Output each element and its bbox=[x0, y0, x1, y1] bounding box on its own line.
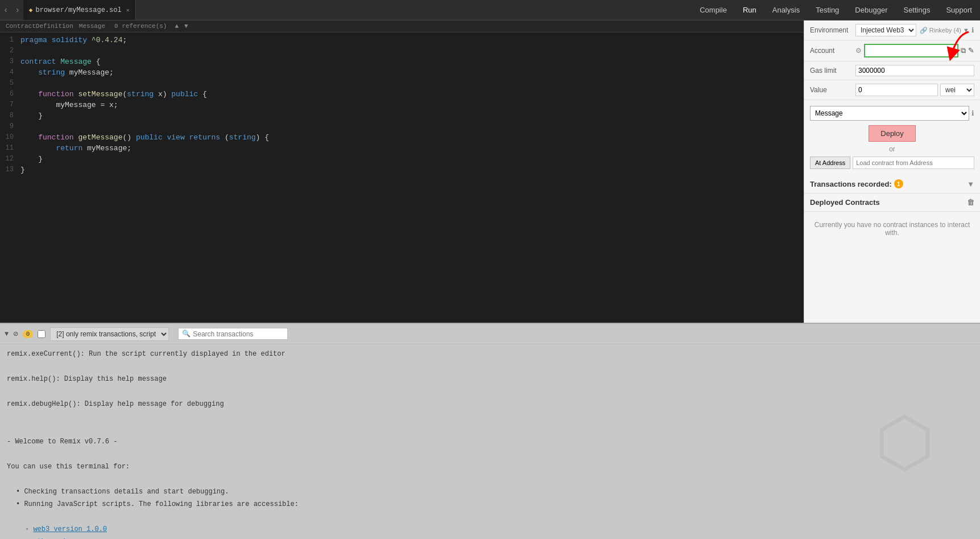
code-line-12: 12 } bbox=[0, 154, 804, 164]
console-line-blank2 bbox=[7, 386, 973, 397]
or-divider: or bbox=[810, 145, 974, 153]
console-line-debughelp: remix.debugHelp(): Display help message … bbox=[7, 399, 973, 409]
gas-limit-input[interactable]: 3000000 bbox=[855, 65, 974, 76]
at-address-button[interactable]: At Address bbox=[810, 157, 850, 169]
file-icon: ◆ bbox=[29, 6, 33, 14]
transactions-section-header[interactable]: Transactions recorded: 1 ▼ bbox=[804, 175, 980, 194]
console-line-welcome: - Welcome to Remix v0.7.6 - bbox=[7, 437, 973, 447]
tab-close-button[interactable]: ✕ bbox=[126, 7, 130, 14]
gas-limit-label: Gas limit bbox=[810, 67, 855, 75]
menu-run[interactable]: Run bbox=[735, 0, 764, 20]
deploy-section: Message ℹ Deploy or At Address bbox=[804, 100, 980, 175]
copy-icon[interactable]: ⧉ bbox=[961, 46, 966, 55]
code-line-6: 6 function setMessage(string x) public { bbox=[0, 89, 804, 100]
environment-select[interactable]: Injected Web3 JavaScript VM Web3 Provide… bbox=[855, 24, 916, 36]
code-editor[interactable]: 1 pragma solidity ^0.4.24; 2 3 contract … bbox=[0, 32, 804, 323]
account-select[interactable] bbox=[864, 44, 958, 57]
code-line-8: 8 } bbox=[0, 110, 804, 121]
environment-label: Environment bbox=[810, 26, 855, 34]
account-row: Account ⚙ ⧉ ✎ bbox=[804, 40, 980, 61]
at-address-row: At Address bbox=[810, 157, 974, 169]
console-line-blank4 bbox=[7, 424, 973, 434]
menu-settings[interactable]: Settings bbox=[895, 0, 938, 20]
transactions-label: Transactions recorded: bbox=[810, 180, 892, 188]
main-menu: Compile Run Analysis Testing Debugger Se… bbox=[692, 0, 980, 20]
code-line-9: 9 bbox=[0, 121, 804, 132]
code-line-11: 11 return myMessage; bbox=[0, 143, 804, 154]
menu-compile[interactable]: Compile bbox=[692, 0, 735, 20]
console-line-use: You can use this terminal for: bbox=[7, 462, 973, 472]
console-line-help: remix.help(): Display this help message bbox=[7, 374, 973, 384]
search-input[interactable] bbox=[193, 330, 284, 338]
environment-info-icon[interactable]: ℹ bbox=[971, 26, 974, 34]
code-line-10: 10 function getMessage() public view ret… bbox=[0, 132, 804, 143]
search-box: 🔍 bbox=[178, 328, 288, 340]
forward-arrow[interactable]: › bbox=[11, 6, 23, 15]
deployed-contracts-label: Deployed Contracts bbox=[810, 198, 880, 207]
code-line-13: 13 } bbox=[0, 164, 804, 175]
editor-tab[interactable]: ◆ browser/myMessage.sol ✕ bbox=[23, 0, 136, 20]
value-row: Value wei gwei ether bbox=[804, 80, 980, 100]
load-contract-input[interactable] bbox=[853, 157, 974, 169]
value-amount-input[interactable] bbox=[855, 84, 938, 96]
references-label: 0 reference(s) bbox=[114, 23, 167, 30]
deployed-contracts-header: Deployed Contracts 🗑 bbox=[804, 194, 980, 212]
transactions-count-badge: 1 bbox=[894, 179, 903, 188]
console-line-web3: ◦ web3 version 1.0.0 bbox=[25, 524, 973, 534]
console-badge: 0 bbox=[23, 330, 34, 338]
tab-label: browser/myMessage.sol bbox=[35, 6, 121, 14]
environment-value: Injected Web3 JavaScript VM Web3 Provide… bbox=[855, 24, 916, 36]
right-panel: Environment Injected Web3 JavaScript VM … bbox=[804, 20, 980, 323]
code-line-7: 7 myMessage = x; bbox=[0, 100, 804, 110]
edit-icon[interactable]: ✎ bbox=[968, 46, 974, 55]
contract-info-icon[interactable]: ℹ bbox=[971, 109, 974, 117]
web3-link[interactable]: web3 version 1.0.0 bbox=[33, 525, 107, 533]
console-line-check: • Checking transactions details and star… bbox=[16, 487, 973, 497]
contract-select-row: Message ℹ bbox=[810, 106, 974, 121]
console-down-arrow[interactable]: ▼ bbox=[5, 330, 9, 338]
console-toolbar: ▼ ⊘ 0 [2] only remix transactions, scrip… bbox=[0, 324, 980, 344]
no-contracts-message: Currently you have no contract instances… bbox=[804, 212, 980, 246]
console-output: ⬡ remix.exeCurrent(): Run the script cur… bbox=[0, 344, 980, 539]
contract-select[interactable]: Message bbox=[810, 106, 969, 121]
up-arrow-icon[interactable]: ▲ bbox=[175, 23, 179, 30]
menu-analysis[interactable]: Analysis bbox=[764, 0, 808, 20]
console-line-exec: remix.exeCurrent(): Run the script curre… bbox=[7, 349, 973, 359]
bottom-console: ▼ ⊘ 0 [2] only remix transactions, scrip… bbox=[0, 323, 980, 539]
console-line-blank3 bbox=[7, 412, 973, 422]
console-checkbox[interactable] bbox=[38, 330, 46, 338]
menu-testing[interactable]: Testing bbox=[808, 0, 847, 20]
menu-support[interactable]: Support bbox=[938, 0, 980, 20]
main-area: ContractDefinition Message 0 reference(s… bbox=[0, 20, 980, 323]
code-line-3: 3 contract Message { bbox=[0, 56, 804, 67]
console-line-ethers: ◦ ethers.js bbox=[25, 537, 973, 539]
trash-icon[interactable]: 🗑 bbox=[967, 198, 974, 207]
console-clear-icon[interactable]: ⊘ bbox=[13, 329, 18, 339]
console-line-blank1 bbox=[7, 361, 973, 372]
account-info-icon[interactable]: ⚙ bbox=[855, 47, 862, 55]
code-line-5: 5 bbox=[0, 78, 804, 89]
message-label: Message bbox=[79, 23, 105, 30]
gas-limit-row: Gas limit 3000000 bbox=[804, 61, 980, 80]
environment-row: Environment Injected Web3 JavaScript VM … bbox=[804, 20, 980, 40]
search-icon: 🔍 bbox=[182, 330, 191, 338]
top-navigation: ‹ › ◆ browser/myMessage.sol ✕ Compile Ru… bbox=[0, 0, 980, 20]
network-label: 🔗 Rinkeby (4) ▼ bbox=[920, 27, 969, 34]
menu-debugger[interactable]: Debugger bbox=[847, 0, 895, 20]
console-line-blank6 bbox=[7, 474, 973, 484]
editor-header: ContractDefinition Message 0 reference(s… bbox=[0, 20, 804, 32]
script-select[interactable]: [2] only remix transactions, script bbox=[50, 327, 169, 341]
console-line-blank5 bbox=[7, 449, 973, 459]
code-line-2: 2 bbox=[0, 46, 804, 56]
account-label: Account bbox=[810, 47, 855, 55]
value-input-area: wei gwei ether bbox=[855, 84, 974, 96]
deploy-button[interactable]: Deploy bbox=[869, 125, 915, 142]
back-arrow[interactable]: ‹ bbox=[0, 6, 11, 15]
contract-definition-label: ContractDefinition bbox=[6, 23, 73, 30]
down-arrow-icon[interactable]: ▼ bbox=[184, 23, 188, 30]
account-value bbox=[864, 44, 958, 57]
code-line-1: 1 pragma solidity ^0.4.24; bbox=[0, 35, 804, 46]
transactions-chevron-icon: ▼ bbox=[967, 180, 974, 188]
console-line-running: • Running JavaScript scripts. The follow… bbox=[16, 499, 973, 509]
value-unit-select[interactable]: wei gwei ether bbox=[940, 84, 974, 96]
